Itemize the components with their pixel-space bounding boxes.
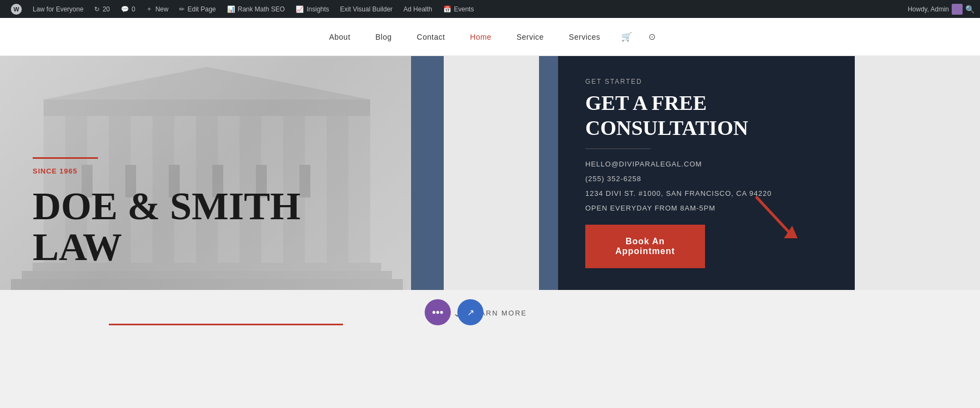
contact-email: HELLO@DIVIPARALEGAL.COM (585, 160, 828, 168)
admin-bar: W Law for Everyone ↻ 20 💬 0 ＋ New ✏ Edit… (0, 0, 980, 18)
edit-icon: ✏ (179, 5, 185, 13)
hero-title-line1: DOE & SMITH (33, 184, 301, 228)
book-appointment-button[interactable]: Book An Appointment (585, 225, 705, 268)
rank-math-item[interactable]: 📊 Rank Math SEO (222, 0, 291, 18)
consultation-title: GET A FREE CONSULTATION (585, 91, 828, 140)
hero-title: DOE & SMITH LAW (33, 186, 381, 268)
hero-title-line2: LAW (33, 225, 122, 269)
new-label: New (155, 5, 168, 13)
exit-visual-builder-item[interactable]: Exit Visual Builder (335, 0, 399, 18)
edit-page-label: Edit Page (187, 5, 216, 13)
hero-section: SINCE 1965 DOE & SMITH LAW GET STARTED G… (0, 56, 980, 290)
bottom-red-line (109, 324, 343, 325)
edit-page-item[interactable]: ✏ Edit Page (174, 0, 221, 18)
howdy-label: Howdy, Admin (908, 5, 949, 13)
hero-since: SINCE 1965 (33, 167, 381, 175)
nav-blog[interactable]: Blog (371, 30, 396, 44)
consultation-label: GET STARTED (585, 78, 828, 85)
insights-item[interactable]: 📈 Insights (290, 0, 334, 18)
nav-contact[interactable]: Contact (413, 30, 450, 44)
rank-math-label: Rank Math SEO (238, 5, 285, 13)
search-icon[interactable]: 🔍 (965, 5, 975, 14)
svg-rect-13 (11, 279, 403, 290)
events-label: Events (454, 5, 474, 13)
events-item[interactable]: 📅 Events (438, 0, 480, 18)
insights-label: Insights (307, 5, 329, 13)
bottom-bar: ⌄ LEARN MORE ••• ↗ (0, 290, 980, 336)
site-name-item[interactable]: Law for Everyone (27, 0, 89, 18)
events-icon: 📅 (443, 5, 451, 13)
comments-icon: 💬 (121, 5, 129, 13)
consultation-divider (585, 149, 651, 149)
hero-right: GET STARTED GET A FREE CONSULTATION HELL… (539, 56, 855, 290)
svg-rect-12 (22, 271, 392, 279)
wordpress-logo: W (11, 4, 22, 15)
nav-search-icon[interactable]: ⊙ (648, 32, 656, 42)
hero-red-line (33, 157, 98, 159)
nav-about[interactable]: About (324, 30, 354, 44)
ad-health-item[interactable]: Ad Health (398, 0, 438, 18)
dots-icon: ••• (432, 306, 443, 319)
cart-icon[interactable]: 🛒 (621, 32, 632, 42)
exit-visual-builder-label: Exit Visual Builder (340, 5, 393, 13)
updates-item[interactable]: ↻ 20 (89, 0, 115, 18)
comments-item[interactable]: 💬 0 (115, 0, 141, 18)
contact-phone: (255) 352-6258 (585, 175, 828, 183)
svg-line-20 (757, 197, 792, 236)
floating-menu-button[interactable]: ••• (425, 299, 451, 325)
comments-count: 0 (132, 5, 136, 13)
chart-icon: ↗ (467, 307, 474, 318)
floating-insights-button[interactable]: ↗ (457, 299, 483, 325)
hero-left: SINCE 1965 DOE & SMITH LAW (0, 56, 414, 290)
ad-health-label: Ad Health (403, 5, 432, 13)
site-name: Law for Everyone (33, 5, 83, 13)
admin-avatar (952, 4, 963, 15)
nav-home[interactable]: Home (465, 30, 495, 44)
new-item[interactable]: ＋ New (140, 0, 174, 18)
nav-bar: About Blog Contact Home Service Services… (0, 18, 980, 56)
nav-service[interactable]: Service (512, 30, 548, 44)
admin-bar-right: Howdy, Admin 🔍 (908, 4, 975, 15)
rank-math-icon: 📊 (227, 5, 235, 13)
blue-spacer (411, 56, 444, 290)
svg-rect-10 (44, 100, 370, 116)
insights-icon: 📈 (296, 5, 304, 13)
plus-icon: ＋ (146, 4, 152, 14)
nav-services[interactable]: Services (565, 30, 605, 44)
updates-icon: ↻ (94, 5, 100, 13)
updates-count: 20 (102, 5, 109, 13)
red-arrow-icon (751, 192, 806, 246)
wp-logo-item[interactable]: W (5, 0, 27, 18)
